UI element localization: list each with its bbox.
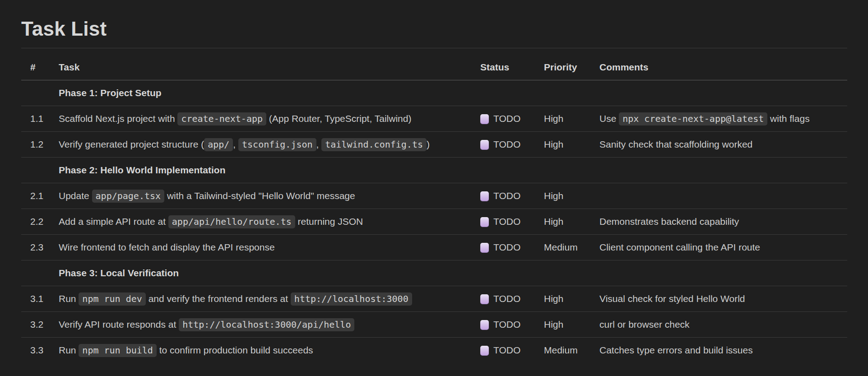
- inline-code: app/api/hello/route.ts: [168, 215, 295, 228]
- row-num-cell: 3.1: [21, 286, 59, 312]
- priority-cell: High: [544, 286, 599, 312]
- status-label: TODO: [493, 293, 520, 304]
- row-num-cell: [21, 260, 59, 286]
- todo-checkbox[interactable]: [480, 294, 489, 304]
- document-body: Task List # Task Status Priority Comment…: [0, 0, 868, 363]
- status-label: TODO: [493, 113, 520, 124]
- col-header-status: Status: [480, 55, 544, 80]
- table-header-row: # Task Status Priority Comments: [21, 55, 847, 80]
- col-header-comments: Comments: [599, 55, 847, 80]
- status-cell: TODO: [480, 286, 544, 312]
- status-cell: TODO: [480, 183, 544, 209]
- todo-checkbox[interactable]: [480, 320, 489, 330]
- status-label: TODO: [493, 242, 520, 252]
- comments-cell: [599, 183, 847, 209]
- status-label: TODO: [493, 139, 520, 149]
- task-cell: Scaffold Next.js project with create-nex…: [59, 106, 480, 132]
- inline-code: create-next-app: [177, 112, 266, 125]
- col-header-priority: Priority: [544, 55, 599, 80]
- section-title: Phase 2: Hello World Implementation: [59, 158, 847, 183]
- markdown-preview-page: { "page": { "title": "Task List" }, "col…: [0, 0, 868, 376]
- task-row: 3.3Run npm run build to confirm producti…: [21, 338, 847, 363]
- status-label: TODO: [493, 345, 520, 355]
- row-num-cell: [21, 158, 59, 183]
- task-cell: Verify generated project structure (app/…: [59, 132, 480, 158]
- status-label: TODO: [493, 190, 520, 201]
- task-row: 3.2Verify API route responds at http://l…: [21, 312, 847, 338]
- inline-code: http://localhost:3000: [291, 292, 412, 306]
- priority-cell: Medium: [544, 235, 599, 260]
- inline-code: npx create-next-app@latest: [619, 112, 767, 125]
- comments-cell: Catches type errors and build issues: [599, 338, 847, 363]
- priority-cell: High: [544, 209, 599, 235]
- task-cell: Update app/page.tsx with a Tailwind-styl…: [59, 183, 480, 209]
- section-row: Phase 2: Hello World Implementation: [21, 158, 847, 183]
- task-cell: Run npm run build to confirm production …: [59, 338, 480, 363]
- comments-cell: Use npx create-next-app@latest with flag…: [599, 106, 847, 132]
- status-cell: TODO: [480, 235, 544, 260]
- comments-cell: Client component calling the API route: [599, 235, 847, 260]
- status-label: TODO: [493, 319, 520, 330]
- section-row: Phase 1: Project Setup: [21, 80, 847, 106]
- section-title: Phase 3: Local Verification: [59, 260, 847, 286]
- status-cell: TODO: [480, 132, 544, 158]
- inline-code: tsconfig.json: [238, 138, 316, 151]
- task-cell: Wire frontend to fetch and display the A…: [59, 235, 480, 260]
- task-row: 1.2Verify generated project structure (a…: [21, 132, 847, 158]
- task-cell: Verify API route responds at http://loca…: [59, 312, 480, 338]
- page-title: Task List: [21, 17, 847, 40]
- task-row: 2.3Wire frontend to fetch and display th…: [21, 235, 847, 260]
- row-num-cell: 2.2: [21, 209, 59, 235]
- priority-cell: High: [544, 132, 599, 158]
- inline-code: http://localhost:3000/api/hello: [179, 318, 354, 331]
- priority-cell: High: [544, 106, 599, 132]
- priority-cell: Medium: [544, 338, 599, 363]
- task-row: 3.1Run npm run dev and verify the fronte…: [21, 286, 847, 312]
- task-cell: Add a simple API route at app/api/hello/…: [59, 209, 480, 235]
- row-num-cell: 1.2: [21, 132, 59, 158]
- row-num-cell: 2.1: [21, 183, 59, 209]
- comments-cell: Visual check for styled Hello World: [599, 286, 847, 312]
- todo-checkbox[interactable]: [480, 191, 489, 201]
- todo-checkbox[interactable]: [480, 140, 489, 150]
- col-header-task: Task: [59, 55, 480, 80]
- todo-checkbox[interactable]: [480, 243, 489, 253]
- inline-code: app/: [204, 138, 233, 151]
- inline-code: app/page.tsx: [92, 190, 165, 203]
- priority-cell: High: [544, 312, 599, 338]
- status-cell: TODO: [480, 106, 544, 132]
- row-num-cell: 3.3: [21, 338, 59, 363]
- task-table: # Task Status Priority Comments Phase 1:…: [21, 55, 847, 363]
- comments-cell: Demonstrates backend capability: [599, 209, 847, 235]
- comments-cell: curl or browser check: [599, 312, 847, 338]
- todo-checkbox[interactable]: [480, 217, 489, 227]
- status-cell: TODO: [480, 209, 544, 235]
- section-title: Phase 1: Project Setup: [59, 80, 847, 106]
- task-row: 1.1Scaffold Next.js project with create-…: [21, 106, 847, 132]
- todo-checkbox[interactable]: [480, 346, 489, 356]
- status-cell: TODO: [480, 312, 544, 338]
- status-cell: TODO: [480, 338, 544, 363]
- inline-code: tailwind.config.ts: [321, 138, 427, 151]
- task-table-body: Phase 1: Project Setup1.1Scaffold Next.j…: [21, 80, 847, 363]
- task-cell: Run npm run dev and verify the frontend …: [59, 286, 480, 312]
- row-num-cell: 1.1: [21, 106, 59, 132]
- section-row: Phase 3: Local Verification: [21, 260, 847, 286]
- task-row: 2.2Add a simple API route at app/api/hel…: [21, 209, 847, 235]
- comments-cell: Sanity check that scaffolding worked: [599, 132, 847, 158]
- row-num-cell: 2.3: [21, 235, 59, 260]
- todo-checkbox[interactable]: [480, 114, 489, 124]
- row-num-cell: [21, 80, 59, 106]
- inline-code: npm run build: [79, 344, 157, 357]
- status-label: TODO: [493, 216, 520, 227]
- row-num-cell: 3.2: [21, 312, 59, 338]
- priority-cell: High: [544, 183, 599, 209]
- inline-code: npm run dev: [79, 292, 145, 306]
- col-header-num: #: [21, 55, 59, 80]
- title-divider: [21, 48, 847, 48]
- task-row: 2.1Update app/page.tsx with a Tailwind-s…: [21, 183, 847, 209]
